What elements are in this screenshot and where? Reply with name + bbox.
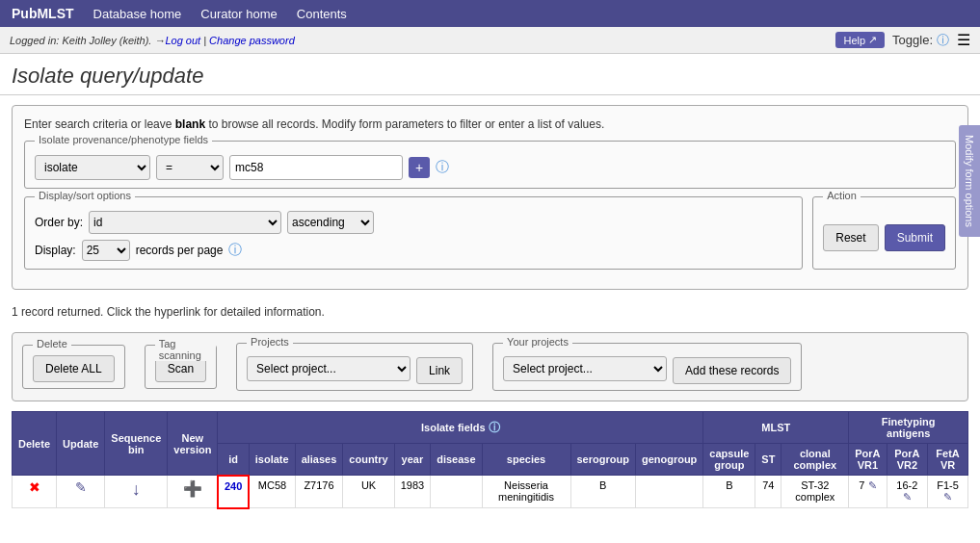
- projects-legend: Projects: [247, 336, 293, 348]
- th-species: species: [482, 444, 570, 476]
- modify-panel[interactable]: Modify form options: [959, 125, 980, 237]
- tag-scanning-section: Tag scanning Scan: [145, 345, 217, 389]
- order-by-label: Order by:: [35, 216, 83, 229]
- logout-link[interactable]: Log out: [165, 35, 200, 46]
- direction-select[interactable]: ascending: [287, 211, 374, 234]
- add-records-button[interactable]: Add these records: [673, 357, 791, 384]
- filter-row: isolate = + ⓘ: [35, 155, 945, 180]
- th-pora-vr1: PorAVR1: [849, 444, 887, 476]
- results-info: 1 record returned. Click the hyperlink f…: [12, 299, 968, 324]
- provenance-legend: Isolate provenance/phenotype fields: [35, 134, 212, 145]
- info-icon: ⓘ: [937, 32, 949, 49]
- your-projects-legend: Your projects: [503, 336, 572, 348]
- th-delete: Delete: [13, 412, 57, 476]
- search-value-input[interactable]: [229, 155, 403, 180]
- isolate-cell: MC58: [249, 476, 295, 508]
- species-cell: Neisseria meningitidis: [482, 476, 570, 508]
- th-sequence-bin: Sequencebin: [105, 412, 168, 476]
- menu-icon[interactable]: ☰: [957, 31, 970, 49]
- search-intro: Enter search criteria or leave blank to …: [24, 117, 956, 131]
- modify-panel-label: Modify form options: [964, 135, 975, 227]
- th-feta-vr: FetAVR: [928, 444, 968, 476]
- link-button[interactable]: Link: [416, 357, 463, 384]
- search-section: Enter search criteria or leave blank to …: [12, 105, 968, 290]
- nav-database-home[interactable]: Database home: [93, 7, 182, 21]
- add-new-version-icon[interactable]: ➕: [183, 480, 202, 497]
- display-count-select[interactable]: 25: [82, 240, 130, 261]
- th-mlst: MLST: [703, 412, 849, 444]
- th-isolate-fields: Isolate fields ⓘ: [218, 412, 703, 444]
- login-bar-right: Help ↗ Toggle: ⓘ ☰: [835, 31, 970, 49]
- brand-logo: PubMLST: [12, 6, 74, 21]
- display-label: Display:: [35, 244, 76, 257]
- action-legend: Action: [823, 190, 861, 201]
- th-disease: disease: [431, 444, 482, 476]
- filter-info-icon: ⓘ: [436, 159, 449, 176]
- page-title: Isolate query/update: [0, 54, 980, 95]
- year-cell: 1983: [394, 476, 430, 508]
- nav-contents[interactable]: Contents: [297, 7, 347, 21]
- login-bar: Logged in: Keith Jolley (keith). →Log ou…: [0, 27, 980, 54]
- your-projects-row: Select project... Add these records: [503, 353, 791, 384]
- main-content: Enter search criteria or leave blank to …: [0, 95, 980, 519]
- pora-vr2-cell: 16-2 ✎: [887, 476, 928, 508]
- nav-curator-home[interactable]: Curator home: [200, 7, 277, 21]
- sequence-bin-icon[interactable]: ↓: [132, 479, 141, 499]
- display-sort-section: Display/sort options Order by: id ascend…: [24, 196, 803, 270]
- th-genogroup: genogroup: [635, 444, 702, 476]
- order-by-select[interactable]: id: [89, 211, 281, 234]
- st-cell: 74: [755, 476, 781, 508]
- projects-row: Select project... Link: [247, 353, 463, 384]
- genogroup-cell: [635, 476, 702, 508]
- reset-button[interactable]: Reset: [823, 224, 878, 251]
- display-info-icon: ⓘ: [228, 242, 242, 259]
- th-id: id: [218, 444, 249, 476]
- logged-in-text: Logged in: Keith Jolley (keith).: [10, 35, 151, 46]
- login-info: Logged in: Keith Jolley (keith). →Log ou…: [10, 35, 295, 46]
- delete-cell: ✖: [13, 476, 57, 508]
- th-year: year: [394, 444, 430, 476]
- operator-select[interactable]: =: [156, 155, 224, 180]
- th-country: country: [343, 444, 394, 476]
- th-isolate: isolate: [249, 444, 295, 476]
- help-button[interactable]: Help ↗: [835, 32, 885, 48]
- th-serogroup: serogroup: [570, 444, 635, 476]
- country-cell: UK: [343, 476, 394, 508]
- delete-legend: Delete: [33, 338, 71, 349]
- data-table-wrapper: Delete Update Sequencebin Newversion Iso…: [12, 411, 968, 509]
- feta-vr-edit-icon[interactable]: ✎: [943, 491, 952, 503]
- serogroup-cell: B: [570, 476, 635, 508]
- add-filter-button[interactable]: +: [409, 157, 430, 178]
- toggle-button[interactable]: Toggle: ⓘ: [892, 32, 949, 49]
- submit-button[interactable]: Submit: [885, 224, 945, 251]
- th-clonal-complex: clonalcomplex: [781, 444, 849, 476]
- feta-vr-cell: F1-5 ✎: [928, 476, 968, 508]
- clonal-complex-cell: ST-32 complex: [781, 476, 849, 508]
- records-per-page-label: records per page: [136, 244, 224, 257]
- new-version-cell: ➕: [168, 476, 218, 508]
- display-sort-legend: Display/sort options: [35, 190, 135, 201]
- tag-scanning-legend: Tag scanning: [155, 338, 216, 361]
- delete-section: Delete Delete ALL: [22, 345, 125, 389]
- id-cell[interactable]: 240: [218, 476, 249, 508]
- th-st: ST: [755, 444, 781, 476]
- change-password-link[interactable]: Change password: [209, 35, 295, 46]
- pora-vr1-edit-icon[interactable]: ✎: [868, 479, 877, 491]
- options-action-row: Display/sort options Order by: id ascend…: [24, 196, 956, 277]
- external-link-icon: ↗: [868, 34, 877, 46]
- table-row: ✖ ✎ ↓ ➕ 240 MC58 Z7176 UK 1983 Neisseria…: [13, 476, 968, 508]
- order-row: Order by: id ascending: [35, 211, 792, 234]
- display-row: Display: 25 records per page ⓘ: [35, 240, 792, 261]
- pora-vr2-edit-icon[interactable]: ✎: [903, 491, 912, 503]
- your-project-select[interactable]: Select project...: [503, 356, 667, 381]
- edit-icon[interactable]: ✎: [75, 479, 87, 495]
- toolbar: Delete Delete ALL Tag scanning Scan Proj…: [12, 332, 968, 401]
- delete-icon[interactable]: ✖: [29, 479, 40, 495]
- project-select[interactable]: Select project...: [247, 356, 411, 381]
- field-select[interactable]: isolate: [35, 155, 150, 180]
- delete-all-button[interactable]: Delete ALL: [33, 355, 115, 382]
- provenance-fieldset: Isolate provenance/phenotype fields isol…: [24, 141, 956, 189]
- action-section: Action Reset Submit: [812, 196, 956, 270]
- th-pora-vr2: PorAVR2: [887, 444, 928, 476]
- capsule-group-cell: B: [703, 476, 755, 508]
